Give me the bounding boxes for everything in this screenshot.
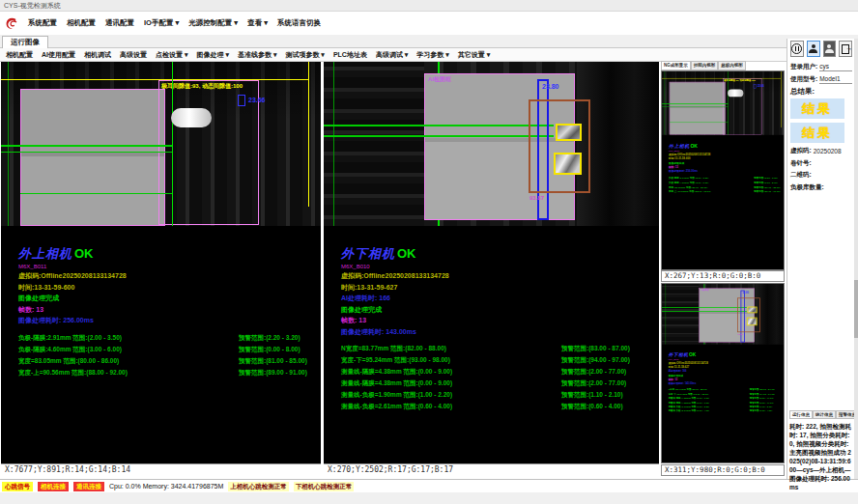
info-tab-stats[interactable]: 统计信息: [813, 410, 836, 419]
camera-image-bottom[interactable]: AI检测框 23.80 93.87: [662, 284, 785, 345]
toolbar-image-processing[interactable]: 图像处理 ▾: [196, 50, 228, 60]
menu-bar: 系统配置 相机配置 通讯配置 IO手配置 ▾ 光源控制配置 ▾ 查看 ▾ 系统语…: [0, 12, 858, 35]
operator-button[interactable]: [823, 41, 837, 57]
login-user-label: 登录用户:: [790, 63, 817, 71]
ai-detect-label: AI检测框: [428, 75, 451, 84]
cursor-position-status-top: X:7677;Y:891;R:14;G:14;B:14: [1, 463, 321, 476]
anode-count-field: 负极库数量:: [790, 183, 852, 192]
side-scrollbar[interactable]: [854, 39, 858, 479]
exit-button[interactable]: [839, 41, 852, 57]
virtual-code-field: 虚拟码: 20250208: [790, 147, 852, 155]
menu-item-light-config[interactable]: 光源控制配置 ▾: [188, 18, 238, 28]
ai-detect-label: AI检测框: [701, 289, 709, 292]
cpu-memory-status: Cpu: 0.0% Memory: 3424.41796875M: [109, 483, 223, 490]
measurement-row: 测量线-隔膜=4.38mm 范围:(0.00 - 9.00)预警范围:(2.00…: [341, 366, 655, 378]
virtual-code-line: 虚拟码:Offline20250208133134728: [18, 270, 317, 282]
menu-item-io-config[interactable]: IO手配置 ▾: [144, 18, 179, 28]
login-user-button[interactable]: [807, 41, 820, 57]
camera-result-text-bottom: 外下相机OK M6X_B010 虚拟码:Offline2025020813313…: [341, 245, 655, 412]
toolbar-camera-config[interactable]: 相机配置: [6, 50, 33, 60]
login-user-value[interactable]: cys: [819, 63, 852, 71]
camera-image-top[interactable]: 极耳间隙值:93, 动态间隙值:100 23.66: [1, 62, 321, 226]
menu-item-language-switch[interactable]: 系统语言切换: [277, 18, 321, 28]
measure-line-vertical: [172, 62, 173, 226]
toolbar-plc-address[interactable]: PLC地址表: [333, 50, 367, 60]
toolbar-learning-params[interactable]: 学习参数 ▾: [416, 50, 448, 60]
app-logo-icon: [4, 16, 18, 31]
toolbar-advanced-settings[interactable]: 高级设置: [120, 50, 147, 60]
measurement-row: 测量线-负极=1.90mm 范围:(1.00 - 2.20)预警范围:(1.10…: [341, 389, 655, 401]
toolbar-camera-debug[interactable]: 相机调试: [84, 50, 111, 60]
ai-roi-brown-rect: [529, 99, 590, 193]
measurement-list: 负极-隔膜:2.91mm 范围:(2.00 - 3.50)预警范围:(2.20 …: [669, 176, 785, 194]
control-side-panel: 登录用户: cys 使用型号: Model1 总结果: 结果 结果 虚拟码: 2…: [786, 39, 858, 479]
menu-item-comm-config[interactable]: 通讯配置: [105, 18, 134, 28]
virtual-code-line: 虚拟码:Offline20250208133134728: [341, 270, 655, 282]
side-scrollbar-thumb[interactable]: [854, 280, 858, 338]
measure-value-label: 23.80: [742, 292, 748, 294]
status-bar: 心跳信号 相机连接 通讯连接 Cpu: 0.0% Memory: 3424.41…: [0, 479, 858, 492]
thumb-tab-photo-view[interactable]: 拍照内视图: [691, 61, 719, 70]
toolbar-spot-check[interactable]: 点检设置 ▾: [156, 50, 187, 60]
qr-code-label: 二维码:: [790, 171, 812, 180]
time-line: 时间:13-31-59-627: [341, 282, 655, 294]
toolbar: 相机配置 AI使用配置 相机调试 高级设置 点检设置 ▾ 图像处理 ▾ 基准线参…: [0, 48, 858, 62]
thumbnail-top-camera-content: 极耳间隙值:93, 动态间隙值:100 23.66 外上相机OK M6X_B01…: [662, 71, 785, 227]
camera-name: 外上相机: [18, 246, 72, 261]
measurement-row: 测量线-隔膜=4.38mm 范围:(0.00 - 9.00)预警范围:(2.00…: [341, 378, 655, 389]
camera-result-title: 外上相机OK: [18, 245, 317, 263]
camera-image-top[interactable]: 极耳间隙值:93, 动态间隙值:100 23.66: [662, 71, 785, 135]
result-box-top: 结果: [790, 98, 844, 119]
measurement-row: 负极-隔膜:2.91mm 范围:(2.00 - 3.50)预警范围:(2.20 …: [18, 332, 317, 344]
exit-door-icon: [842, 44, 849, 54]
cell-region-overlay: [20, 89, 165, 226]
thumbnail-bottom-camera[interactable]: AI检测框 23.80 93.87 外下相机OK M6X_B010 虚拟码:Of…: [661, 283, 785, 463]
measurement-row: 宽度=83.05mm 范围:(80.00 - 86.00)预警范围:(81.00…: [18, 355, 317, 367]
thumbnail-top-camera[interactable]: 极耳间隙值:93, 动态间隙值:100 23.66 外上相机OK M6X_B01…: [661, 70, 785, 270]
measure-value-label: 23.66: [248, 97, 266, 103]
login-user-icon: [809, 44, 817, 53]
measure-value-label-2: 93.87: [529, 195, 544, 201]
camera-info-lines: 虚拟码:Offline20250208133134728 时间:13-31-59…: [341, 270, 655, 337]
guide-line: [8, 62, 9, 226]
measurement-row: N宽度=83.77mm 范围:(82.00 - 88.00)预警范围:(83.0…: [341, 343, 655, 354]
cell-region-overlay: [670, 82, 726, 135]
measure-value-label: 23.80: [542, 83, 559, 90]
measurement-row: 测量线-负极=2.61mm 范围:(0.60 - 4.00)预警范围:(0.60…: [341, 401, 655, 412]
info-tab-run[interactable]: 运行信息: [789, 410, 813, 419]
run-info-text: 耗时: 222, 拍照检测耗时: 17, 拍照分类耗时: 0, 拍照视频分类耗时…: [789, 422, 851, 491]
thumb-tab-ng-display[interactable]: NG成图显示: [661, 61, 691, 70]
model-value[interactable]: Model1: [819, 75, 852, 84]
toolbar-test-params[interactable]: 测试项参数 ▾: [285, 50, 324, 60]
thumb-tab-over-limit-view[interactable]: 超标内视图: [718, 61, 746, 70]
toolbar-ai-config[interactable]: AI使用配置: [42, 50, 75, 60]
menu-item-system-config[interactable]: 系统配置: [28, 18, 57, 28]
guide-line: [333, 62, 334, 226]
camera-result-text-top: 外上相机OK M6X_B011 虚拟码:Offline2025020813313…: [669, 143, 785, 194]
camera-result-text-bottom: 外下相机OK M6X_B010 虚拟码:Offline2025020813313…: [669, 351, 785, 413]
weld-detect-rect: [748, 307, 758, 314]
toolbar-advanced-debug[interactable]: 高级调试 ▾: [376, 50, 408, 60]
camera-panel-top: 极耳间隙值:93, 动态间隙值:100 23.66 外上相机OK M6X_B01…: [1, 62, 321, 476]
pause-button[interactable]: [790, 41, 804, 57]
camera-result-text-top: 外上相机OK M6X_B011 虚拟码:Offline2025020813313…: [18, 245, 317, 378]
toolbar-other-settings[interactable]: 其它设置 ▾: [458, 50, 490, 60]
menu-item-camera-config[interactable]: 相机配置: [67, 18, 96, 28]
ai-roi-brown-rect: [737, 297, 760, 332]
winding-pin-label: 卷针号:: [790, 159, 812, 168]
virtual-code-value: 20250208: [814, 148, 852, 155]
toolbar-baseline-params[interactable]: 基准线参数 ▾: [238, 50, 276, 60]
camera-image-bottom[interactable]: AI检测框 23.80 93.87: [324, 62, 659, 226]
menu-item-view[interactable]: 查看 ▾: [247, 18, 268, 28]
measure-line: [20, 193, 172, 194]
camera-result-title: 外下相机OK: [341, 245, 655, 263]
top-camera-heartbeat-status: 上相机心跳检测正常: [228, 482, 289, 491]
time-line: 时间:13-31-59-600: [18, 282, 317, 294]
winding-pin-value: [814, 160, 852, 168]
measure-line: [662, 103, 728, 104]
measurement-row: 测量线-负极=2.61mm 范围:(0.60 - 4.00)预警范围:(0.60…: [669, 409, 785, 413]
camera-sub-code: M6X_B011: [18, 263, 317, 270]
tab-run-image[interactable]: 运行图像: [2, 36, 48, 48]
measure-value-label-2: 93.87: [738, 333, 744, 335]
run-info-section: 运行信息 统计信息 报警信息 耗时: 222, 拍照检测耗时: 17, 拍照分类…: [789, 410, 851, 491]
